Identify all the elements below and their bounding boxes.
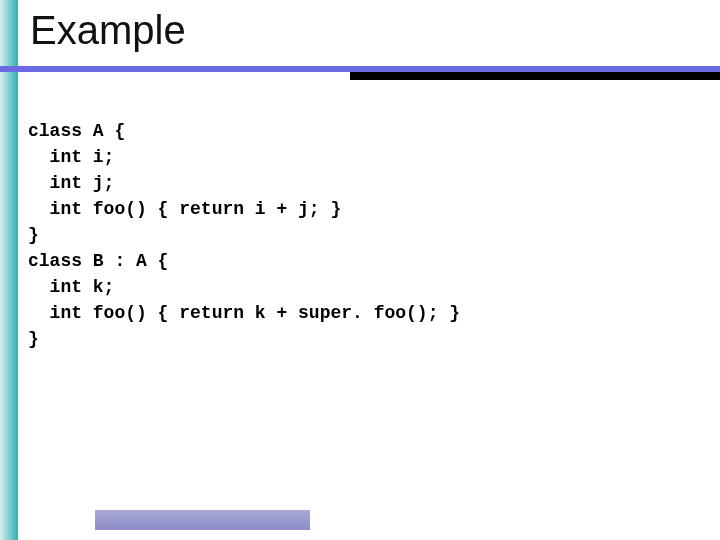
underline-shadow	[350, 72, 720, 80]
title-underline	[0, 66, 720, 80]
slide-title: Example	[30, 8, 186, 53]
code-line: class A {	[28, 121, 125, 141]
left-accent-strip	[0, 0, 18, 540]
code-line: int i;	[28, 147, 114, 167]
code-line: int foo() { return i + j; }	[28, 199, 341, 219]
code-line: int k;	[28, 277, 114, 297]
code-line: class B : A {	[28, 251, 168, 271]
code-block: class A { int i; int j; int foo() { retu…	[28, 92, 460, 378]
code-line: }	[28, 329, 39, 349]
code-line: }	[28, 225, 39, 245]
code-line: int foo() { return k + super. foo(); }	[28, 303, 460, 323]
footer-accent-bar	[95, 510, 310, 530]
code-line: int j;	[28, 173, 114, 193]
slide: Example class A { int i; int j; int foo(…	[0, 0, 720, 540]
